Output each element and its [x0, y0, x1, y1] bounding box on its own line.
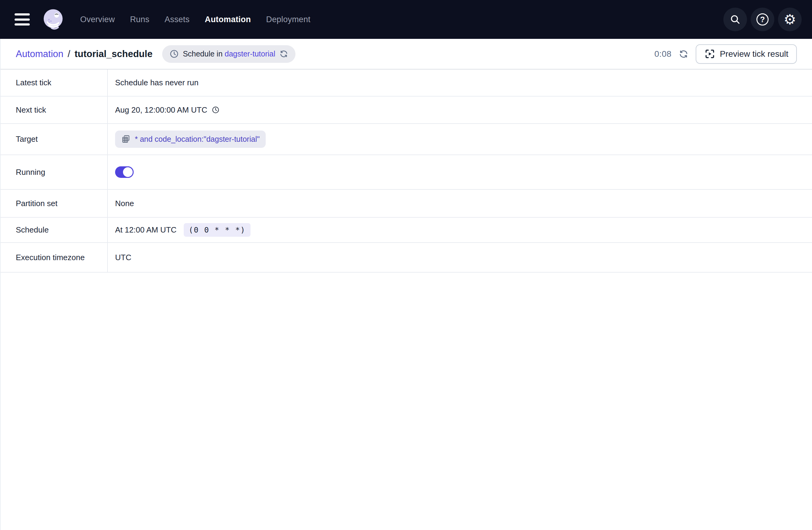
asset-selection-chip[interactable]: * and code_location:"dagster-tutorial" — [115, 131, 266, 148]
next-tick-value: Aug 20, 12:00:00 AM UTC — [108, 105, 812, 115]
code-location-link[interactable]: dagster-tutorial — [225, 49, 275, 58]
row-label: Target — [1, 124, 108, 154]
asset-table-icon — [121, 134, 131, 144]
page-title: tutorial_schedule — [74, 48, 153, 59]
primary-nav: Overview Runs Assets Automation Deployme… — [80, 15, 310, 24]
gear-icon: ⚙ — [783, 12, 796, 26]
empty-area — [1, 273, 812, 530]
dagster-logo-icon[interactable] — [41, 7, 66, 32]
refresh-button[interactable] — [679, 49, 688, 59]
row-target: Target * and code_location:"dagster-tuto… — [1, 124, 812, 155]
dagster-app: Overview Runs Assets Automation Deployme… — [0, 0, 812, 530]
menu-icon[interactable] — [15, 13, 30, 26]
nav-item-overview[interactable]: Overview — [80, 15, 115, 24]
menu-bar — [15, 13, 30, 15]
nav-item-automation[interactable]: Automation — [205, 15, 251, 24]
partition-set-value: None — [108, 199, 812, 208]
next-tick-text: Aug 20, 12:00:00 AM UTC — [115, 105, 207, 115]
row-partition-set: Partition set None — [1, 190, 812, 218]
schedule-text: At 12:00 AM UTC — [115, 225, 176, 235]
settings-button[interactable]: ⚙ — [778, 8, 802, 31]
nav-item-runs[interactable]: Runs — [130, 15, 149, 24]
help-button[interactable]: ? — [751, 8, 774, 31]
badge-label: Schedule in dagster-tutorial — [183, 49, 275, 58]
row-execution-timezone: Execution timezone UTC — [1, 243, 812, 273]
preview-icon — [704, 48, 715, 59]
row-label: Latest tick — [1, 70, 108, 96]
help-glyph: ? — [760, 15, 765, 24]
preview-tick-result-button[interactable]: Preview tick result — [696, 44, 797, 64]
running-value — [108, 166, 812, 178]
clock-icon — [170, 49, 179, 59]
menu-bar — [15, 18, 30, 21]
row-label: Running — [1, 155, 108, 189]
cron-expression-chip: (0 0 * * *) — [184, 223, 250, 237]
execution-timezone-value: UTC — [108, 253, 812, 262]
row-label: Schedule — [1, 218, 108, 242]
reload-location-icon[interactable] — [279, 49, 288, 58]
row-schedule: Schedule At 12:00 AM UTC (0 0 * * *) — [1, 218, 812, 243]
header-actions: 0:08 — [654, 44, 797, 64]
row-label: Partition set — [1, 190, 108, 217]
refresh-countdown: 0:08 — [654, 49, 672, 59]
target-value: * and code_location:"dagster-tutorial" — [108, 131, 812, 148]
top-navigation-bar: Overview Runs Assets Automation Deployme… — [0, 0, 812, 39]
row-latest-tick: Latest tick Schedule has never run — [1, 70, 812, 97]
row-running: Running — [1, 155, 812, 190]
row-next-tick: Next tick Aug 20, 12:00:00 AM UTC — [1, 97, 812, 124]
page-header: Automation / tutorial_schedule Schedule … — [1, 39, 812, 70]
toggle-knob — [122, 166, 134, 178]
badge-prefix: Schedule in — [183, 49, 225, 58]
menu-bar — [15, 24, 30, 26]
target-selection-text: * and code_location:"dagster-tutorial" — [135, 135, 260, 144]
search-button[interactable] — [723, 8, 747, 31]
row-label: Next tick — [1, 97, 108, 123]
refresh-icon — [679, 49, 688, 59]
partition-set-text: None — [115, 199, 134, 208]
row-label: Execution timezone — [1, 243, 108, 272]
search-icon — [729, 14, 741, 25]
timestamp-clock-icon[interactable] — [212, 106, 220, 114]
help-icon: ? — [756, 13, 769, 26]
schedule-location-badge[interactable]: Schedule in dagster-tutorial — [162, 45, 295, 63]
main-content: Automation / tutorial_schedule Schedule … — [0, 39, 812, 530]
nav-item-deployment[interactable]: Deployment — [266, 15, 310, 24]
preview-button-label: Preview tick result — [720, 49, 788, 59]
execution-timezone-text: UTC — [115, 253, 131, 262]
latest-tick-value: Schedule has never run — [108, 78, 812, 87]
schedule-value: At 12:00 AM UTC (0 0 * * *) — [108, 223, 812, 237]
running-toggle[interactable] — [115, 166, 134, 178]
schedule-details-table: Latest tick Schedule has never run Next … — [1, 70, 812, 273]
breadcrumb-separator: / — [68, 48, 70, 59]
nav-item-assets[interactable]: Assets — [164, 15, 189, 24]
breadcrumb-automation-link[interactable]: Automation — [16, 48, 63, 59]
latest-tick-text: Schedule has never run — [115, 78, 199, 87]
